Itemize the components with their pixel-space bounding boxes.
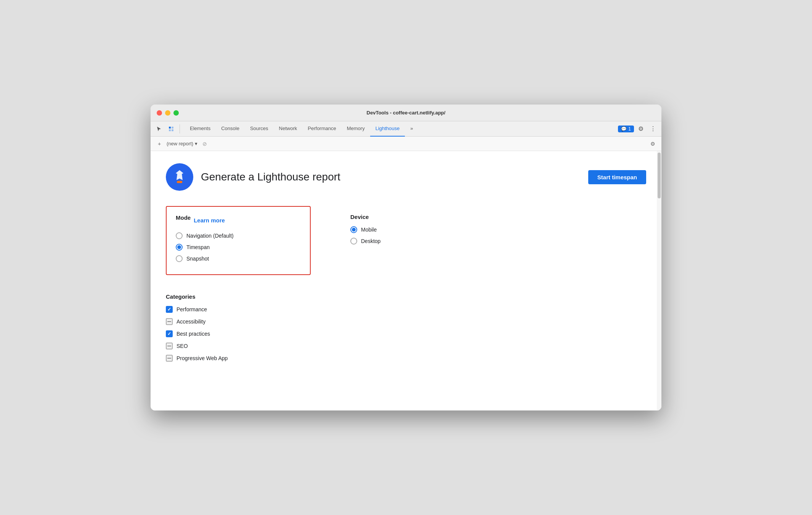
lighthouse-logo [166,163,193,191]
cancel-report-button[interactable]: ⊘ [201,140,209,148]
indeterminate-icon [167,321,171,322]
settings-button[interactable]: ⚙ [635,124,646,134]
main-content: Generate a Lighthouse report Start times… [151,151,661,410]
devtools-window: DevTools - coffee-cart.netlify.app/ Elem… [151,105,661,410]
check-icon-2: ✓ [167,331,171,336]
category-accessibility[interactable]: Accessibility [166,318,646,325]
toolbar-divider [180,124,180,134]
category-performance[interactable]: ✓ Performance [166,306,646,313]
mobile-radio-dot [352,228,356,232]
timespan-radio[interactable] [176,244,183,251]
device-mobile[interactable]: Mobile [350,226,380,233]
nav-tabs: Elements Console Sources Network Perform… [185,121,615,137]
accessibility-checkbox[interactable] [166,318,173,325]
categories-section: Categories ✓ Performance Accessibility ✓ [166,293,646,362]
svg-rect-1 [172,127,173,129]
page-title: Generate a Lighthouse report [201,171,340,183]
maximize-button[interactable] [173,110,179,116]
chat-badge[interactable]: 💬 1 [618,126,634,132]
traffic-lights [157,110,179,116]
minimize-button[interactable] [165,110,170,116]
devtools-toolbar: Elements Console Sources Network Perform… [151,121,661,137]
accessibility-label: Accessibility [177,319,205,325]
seo-checkbox[interactable] [166,343,173,349]
scrollbar[interactable] [657,151,661,410]
scrollbar-thumb[interactable] [658,153,661,198]
mobile-label: Mobile [361,227,377,233]
performance-checkbox[interactable]: ✓ [166,306,173,313]
mode-section: Mode Learn more Navigation (Default) Tim… [166,206,311,275]
timespan-label: Timespan [186,244,210,250]
snapshot-label: Snapshot [186,256,209,262]
tab-more[interactable]: » [405,121,418,137]
desktop-label: Desktop [361,238,380,244]
tab-elements[interactable]: Elements [185,121,216,137]
add-report-button[interactable]: + [155,140,164,148]
svg-rect-5 [177,181,182,182]
category-best-practices[interactable]: ✓ Best practices [166,330,646,337]
timespan-radio-dot [177,245,181,249]
mode-navigation[interactable]: Navigation (Default) [176,232,301,239]
start-timespan-button[interactable]: Start timespan [588,170,646,184]
desktop-radio[interactable] [350,238,357,245]
tab-console[interactable]: Console [216,121,245,137]
indeterminate-icon-2 [167,346,171,346]
mode-title: Mode [176,214,191,221]
svg-rect-2 [169,129,171,131]
report-dropdown[interactable]: (new report) ▾ [167,141,197,146]
secondary-toolbar: + (new report) ▾ ⊘ ⚙ [151,137,661,151]
pwa-label: Progressive Web App [177,355,228,361]
seo-label: SEO [177,343,188,349]
snapshot-radio[interactable] [176,255,183,262]
lighthouse-header: Generate a Lighthouse report Start times… [166,163,646,191]
mode-snapshot[interactable]: Snapshot [176,255,301,262]
category-pwa[interactable]: Progressive Web App [166,355,646,362]
svg-rect-3 [172,129,173,131]
inspect-icon[interactable] [166,124,177,134]
device-section: Device Mobile Desktop [341,206,390,257]
mode-timespan[interactable]: Timespan [176,244,301,251]
device-title: Device [350,214,380,220]
indeterminate-icon-3 [167,358,171,359]
best-practices-checkbox[interactable]: ✓ [166,330,173,337]
title-bar: DevTools - coffee-cart.netlify.app/ [151,105,661,121]
category-seo[interactable]: SEO [166,343,646,349]
report-label: (new report) [167,141,193,146]
cursor-icon[interactable] [154,124,164,134]
toolbar-icons [154,124,181,134]
navigation-label: Navigation (Default) [186,233,234,239]
tab-network[interactable]: Network [274,121,303,137]
tab-sources[interactable]: Sources [245,121,274,137]
performance-label: Performance [177,306,207,312]
close-button[interactable] [157,110,162,116]
tab-performance[interactable]: Performance [302,121,341,137]
device-desktop[interactable]: Desktop [350,238,380,245]
best-practices-label: Best practices [177,331,210,337]
check-icon: ✓ [167,307,171,312]
header-left: Generate a Lighthouse report [166,163,340,191]
chat-icon: 💬 [621,126,627,132]
dropdown-icon: ▾ [195,141,197,146]
window-title: DevTools - coffee-cart.netlify.app/ [367,110,446,116]
tab-lighthouse[interactable]: Lighthouse [370,121,405,137]
secondary-settings-button[interactable]: ⚙ [648,140,657,148]
chat-count: 1 [628,126,631,132]
svg-rect-0 [169,127,171,129]
tab-memory[interactable]: Memory [342,121,370,137]
more-button[interactable]: ⋮ [648,124,658,134]
pwa-checkbox[interactable] [166,355,173,362]
toolbar-right: 💬 1 ⚙ ⋮ [618,124,658,134]
mobile-radio[interactable] [350,226,357,233]
learn-more-link[interactable]: Learn more [194,217,225,224]
navigation-radio[interactable] [176,232,183,239]
categories-title: Categories [166,293,646,300]
